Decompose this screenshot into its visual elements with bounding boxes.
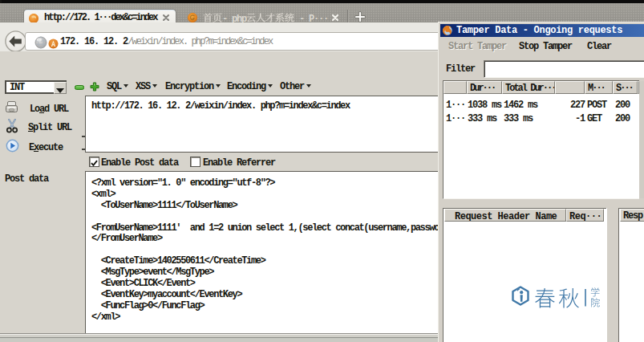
row-cell: 333 ms — [468, 113, 496, 124]
cjk-glyph-统 — [285, 13, 294, 22]
response-headers-panel: Resp··· — [618, 208, 644, 342]
cjk-glyph-人 — [256, 14, 265, 22]
menu-encryption[interactable]: Encryption — [165, 81, 221, 92]
load-url-icon[interactable] — [5, 100, 18, 113]
request-row[interactable]: 1···333 ms333 ms-1GET200 — [444, 113, 639, 124]
split-url-button[interactable]: Split URL — [28, 122, 71, 133]
row-cell: GET — [587, 113, 601, 124]
post-data-line: <?xml version="1. 0" encoding="utf-8"?> — [91, 178, 448, 189]
tab1-title: http://172. 1···dex&c=index — [44, 12, 156, 23]
site-identity-icon[interactable] — [48, 39, 59, 49]
row-cell: POST — [587, 100, 606, 111]
column-header-request-header-name[interactable]: Request Header Name — [444, 209, 566, 222]
execute-button[interactable]: Execute — [29, 142, 63, 153]
column-header-method[interactable]: M··· — [585, 81, 613, 94]
tamper-menu-bar: Start Tamper Stop Tamper Clear — [440, 37, 644, 52]
tamper-window-title: Tamper Data - Ongoing requests — [456, 25, 622, 36]
cjk-glyph-才 — [265, 13, 274, 22]
tab-bar: http://172. 1···dex&c=index - php - P· — [0, 3, 644, 22]
column-header-label: Resp··· — [623, 210, 644, 222]
enable-post-data-label: Enable Post data — [101, 157, 178, 169]
clear-menu-item[interactable]: Clear — [587, 41, 611, 52]
letter-i-stem — [520, 295, 523, 302]
post-data-line: <xml> — [91, 189, 448, 201]
row-cell: 200 — [615, 100, 630, 111]
stop-tamper-menu-item[interactable]: Stop Tamper — [519, 41, 572, 52]
tab2-favicon-icon — [187, 12, 198, 23]
dropdown-arrow-icon — [56, 88, 64, 93]
tamper-data-window: Tamper Data - Ongoing requests Start Tam… — [438, 22, 644, 342]
row-cell: 1··· — [446, 113, 465, 124]
column-header-label: Total Dur··· — [505, 83, 555, 94]
mode-select-dropdown-button[interactable] — [54, 82, 67, 94]
mode-select[interactable]: INT — [5, 80, 67, 94]
column-header-total-duration[interactable]: Total Dur··· — [502, 81, 555, 94]
firefox-icon — [442, 25, 453, 36]
row-cell: 227 — [554, 100, 585, 111]
load-url-button[interactable]: Load URL — [30, 104, 68, 115]
menu-xss[interactable]: XSS — [136, 81, 157, 92]
post-data-line: </FromUserName> — [91, 234, 448, 245]
filter-input[interactable] — [484, 60, 644, 78]
column-header-label: S··· — [616, 83, 633, 94]
tamper-title-bar[interactable]: Tamper Data - Ongoing requests — [440, 24, 644, 37]
cjk-glyph-云 — [246, 14, 255, 22]
row-cell: 200 — [615, 113, 630, 124]
column-header-request-header-value[interactable]: Req··· — [566, 209, 604, 222]
letter-i-dot — [520, 291, 523, 294]
post-data-line: <Event>CLICK</Event> — [91, 279, 448, 290]
checkmark-icon — [90, 159, 99, 168]
request-row[interactable]: 1···1038 ms1462 ms227POST200 — [444, 100, 639, 110]
column-header-time[interactable] — [444, 81, 467, 94]
cjk-glyph-首 — [203, 13, 212, 22]
enable-referrer-checkbox[interactable] — [190, 157, 200, 167]
start-tamper-menu-item[interactable]: Start Tamper — [448, 41, 506, 52]
menu-dropdown-icon — [152, 84, 157, 88]
enable-post-data-checkbox[interactable] — [89, 157, 99, 167]
column-header-size[interactable] — [555, 81, 585, 94]
requests-list: Dur··· Total Dur··· M··· S··· 1···1038 m… — [443, 80, 639, 199]
menu-other-label: Other — [280, 81, 304, 92]
post-data-label: Post data — [5, 173, 48, 185]
menu-encoding[interactable]: Encoding — [227, 81, 273, 92]
globe-icon — [34, 36, 47, 49]
menu-other[interactable]: Other — [280, 81, 311, 92]
tab1-close-icon[interactable] — [162, 14, 170, 22]
menu-encryption-label: Encryption — [165, 81, 213, 92]
mode-select-value: INT — [10, 82, 24, 93]
increment-icon[interactable] — [90, 82, 99, 92]
cjk-glyph-学 — [591, 287, 600, 296]
post-data-line: <ToUserName>1111</ToUserName> — [91, 201, 448, 212]
row-cell: 1462 ms — [504, 100, 537, 111]
post-data-line: </xml> — [91, 312, 448, 324]
post-data-value: <?xml version="1. 0" encoding="utf-8"?> … — [91, 178, 448, 324]
column-header-duration[interactable]: Dur··· — [467, 81, 502, 94]
menu-dropdown-icon — [124, 84, 128, 88]
menu-encoding-label: Encoding — [227, 81, 265, 92]
decrement-icon[interactable] — [75, 85, 84, 90]
back-button[interactable] — [5, 31, 26, 52]
split-url-icon[interactable] — [6, 119, 18, 133]
column-header-label: Req··· — [569, 211, 601, 222]
post-data-line: <EventKey>myaccount</EventKey> — [91, 290, 448, 301]
new-tab-button[interactable] — [354, 11, 367, 22]
tab-separator — [347, 10, 348, 22]
request-headers-panel: Request Header Name Req··· — [443, 208, 606, 342]
url-path: /weixin/index. php?m=index&c=index — [128, 36, 272, 47]
divider-bar — [585, 289, 586, 307]
menu-xss-label: XSS — [136, 81, 150, 92]
post-data-line — [91, 245, 448, 256]
execute-icon[interactable] — [6, 139, 19, 153]
menu-dropdown-icon — [306, 84, 311, 88]
column-header-response-header-name[interactable]: Resp··· — [620, 209, 644, 222]
requests-scrollbar-track[interactable] — [639, 81, 644, 198]
column-header-status[interactable]: S··· — [613, 81, 638, 94]
menu-dropdown-icon — [268, 84, 273, 88]
post-data-line: <CreateTime>1402550611</CreateTime> — [91, 256, 448, 267]
tab2-close-icon[interactable] — [331, 14, 339, 22]
cjk-glyph-系 — [276, 13, 284, 22]
post-data-line: <FromUserName>1111' and 1=2 union select… — [91, 223, 448, 234]
enable-referrer-label: Enable Referrer — [203, 157, 275, 169]
menu-sql[interactable]: SQL — [107, 81, 128, 92]
row-cell: -1 — [554, 113, 585, 124]
